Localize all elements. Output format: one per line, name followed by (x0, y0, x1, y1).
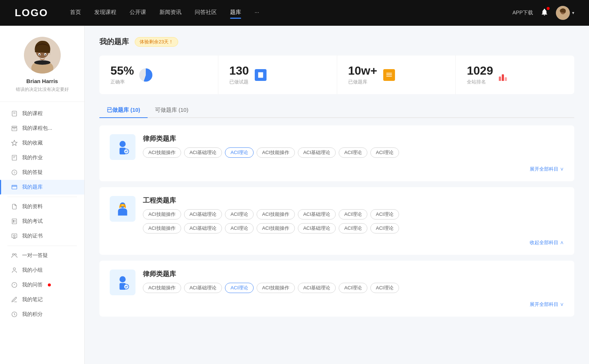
tag2-1-3[interactable]: ACI技能操作 (257, 223, 295, 233)
tag2-1-6[interactable]: ACI理论 (370, 223, 399, 233)
nav-more[interactable]: ··· (254, 9, 259, 17)
svg-rect-14 (12, 126, 17, 127)
tag-1-4[interactable]: ACI基础理论 (298, 209, 336, 220)
stats-row: 55% 正确率 130 已做试题 (99, 56, 574, 94)
profile-name: Brian Harris (7, 78, 77, 84)
stat-done-banks: 10w+ 已做题库 (337, 56, 456, 94)
avatar (556, 6, 570, 20)
sidebar-item-group[interactable]: 我的小组 (0, 263, 84, 278)
svg-rect-15 (12, 128, 17, 131)
lawyer-icon-2 (110, 270, 135, 295)
sidebar-item-note-label: 我的笔记 (22, 296, 43, 303)
notification-bell[interactable] (540, 8, 549, 18)
main-content: 我的题库 体验剩余23天！ 55% 正确率 130 已做试题 (85, 26, 589, 364)
stat-rank-label: 全站排名 (467, 79, 493, 85)
tag2-1-4[interactable]: ACI基础理论 (298, 223, 336, 233)
sidebar-item-cert[interactable]: 我的证书 (0, 229, 84, 243)
tag-0-5[interactable]: ACI理论 (339, 147, 367, 158)
app-download-link[interactable]: APP下载 (512, 10, 533, 16)
sidebar-item-qa[interactable]: ? 我的答疑 (0, 165, 84, 180)
sidebar-item-package-label: 我的课程包... (22, 125, 52, 132)
bank-card-2-header: 律师类题库 ACI技能操作 ACI基础理论 ACI理论 ACI技能操作 ACI基… (110, 270, 564, 295)
tag-1-3[interactable]: ACI技能操作 (257, 209, 295, 220)
tag-2-5[interactable]: ACI理论 (339, 283, 367, 293)
expand-link-2[interactable]: 展开全部科目 ∨ (110, 301, 564, 308)
sidebar-item-favorites[interactable]: 我的收藏 (0, 136, 84, 150)
sidebar-item-exam-label: 我的考试 (22, 218, 43, 225)
tab-available-banks[interactable]: 可做题库 (10) (148, 103, 196, 118)
nav-qa[interactable]: 问答社区 (195, 9, 217, 17)
svg-point-34 (14, 235, 15, 237)
sidebar-item-material-label: 我的资料 (22, 203, 43, 210)
bar-chart-icon-wrap (497, 68, 512, 82)
stat-done-banks-value: 10w+ (348, 64, 377, 77)
tag2-1-5[interactable]: ACI理论 (339, 223, 367, 233)
bar-chart-icon (499, 69, 511, 81)
tag2-1-2[interactable]: ACI理论 (225, 223, 254, 233)
sidebar-item-material[interactable]: 我的资料 (0, 199, 84, 214)
tag-1-0[interactable]: ACI技能操作 (143, 209, 181, 220)
tag-0-1[interactable]: ACI基础理论 (184, 147, 222, 158)
tag-2-0[interactable]: ACI技能操作 (143, 283, 181, 293)
tag-0-0[interactable]: ACI技能操作 (143, 147, 181, 158)
sidebar-item-oneone-label: 一对一答疑 (22, 252, 48, 259)
sidebar-item-homework-label: 我的作业 (22, 154, 43, 161)
tabs-row: 已做题库 (10) 可做题库 (10) (99, 103, 574, 118)
bank-card-0: 律师类题库 ACI技能操作 ACI基础理论 ACI理论 ACI技能操作 ACI基… (99, 125, 574, 181)
question-red-dot (48, 283, 51, 286)
sidebar-item-course[interactable]: 我的课程 (0, 106, 84, 121)
tag-0-4[interactable]: ACI基础理论 (298, 147, 336, 158)
stat-rank-value: 1029 (467, 64, 493, 77)
nav-news[interactable]: 新闻资讯 (159, 9, 181, 17)
svg-rect-33 (12, 234, 17, 238)
tag-0-2[interactable]: ACI理论 (225, 147, 254, 158)
stat-rank: 1029 全站排名 (456, 56, 574, 94)
tag-0-6[interactable]: ACI理论 (370, 147, 399, 158)
tag-2-6[interactable]: ACI理论 (370, 283, 399, 293)
user-avatar-header[interactable]: ▾ (556, 6, 574, 20)
bank-card-1-tags: ACI技能操作 ACI基础理论 ACI理论 ACI技能操作 ACI基础理论 AC… (143, 209, 564, 220)
main-nav: 首页 发现课程 公开课 新闻资讯 问答社区 题库 ··· (70, 9, 512, 17)
tag-0-3[interactable]: ACI技能操作 (257, 147, 295, 158)
sidebar-item-points-label: 我的积分 (22, 311, 43, 318)
nav-bank[interactable]: 题库 (230, 9, 241, 17)
svg-rect-45 (386, 76, 392, 76)
sidebar-item-question-label: 我的问答 (22, 282, 43, 288)
nav-discover[interactable]: 发现课程 (94, 9, 116, 17)
svg-point-35 (13, 254, 14, 256)
svg-rect-44 (386, 74, 392, 75)
tag-2-3[interactable]: ACI技能操作 (257, 283, 295, 293)
sidebar-item-bank[interactable]: 我的题库 (0, 180, 84, 195)
tag-1-6[interactable]: ACI理论 (370, 209, 399, 220)
sidebar-item-note[interactable]: 我的笔记 (0, 292, 84, 307)
page-header: 我的题库 体验剩余23天！ (99, 37, 574, 47)
tab-done-banks[interactable]: 已做题库 (10) (99, 103, 148, 118)
sidebar-item-question[interactable]: 我的问答 (0, 278, 84, 292)
tag2-1-0[interactable]: ACI技能操作 (143, 223, 181, 233)
bell-dot (547, 7, 550, 10)
tag2-1-1[interactable]: ACI基础理论 (184, 223, 222, 233)
nav-home[interactable]: 首页 (70, 9, 81, 17)
sidebar-item-package[interactable]: 我的课程包... (0, 121, 84, 136)
tag-1-1[interactable]: ACI基础理论 (184, 209, 222, 220)
user-menu-chevron: ▾ (572, 10, 574, 15)
sidebar-item-favorites-label: 我的收藏 (22, 140, 43, 146)
nav-open-course[interactable]: 公开课 (130, 9, 146, 17)
tag-2-4[interactable]: ACI基础理论 (298, 283, 336, 293)
logo[interactable]: LOGO (15, 7, 48, 19)
collapse-link-1[interactable]: 收起全部科目 ∧ (110, 239, 564, 246)
tag-2-1[interactable]: ACI基础理论 (184, 283, 222, 293)
tag-1-5[interactable]: ACI理论 (339, 209, 367, 220)
sidebar-divider-2 (7, 246, 77, 246)
expand-link-0[interactable]: 展开全部科目 ∨ (110, 166, 564, 172)
tag-1-2[interactable]: ACI理论 (225, 209, 254, 220)
sidebar-item-homework[interactable]: 我的作业 (0, 150, 84, 165)
sidebar-divider-1 (7, 197, 77, 197)
sidebar-item-exam[interactable]: 我的考试 (0, 214, 84, 229)
svg-rect-28 (12, 219, 17, 224)
tag-2-2[interactable]: ACI理论 (225, 283, 254, 293)
sidebar-item-oneone[interactable]: 一对一答疑 (0, 248, 84, 263)
sidebar-item-points[interactable]: 我的积分 (0, 307, 84, 322)
accuracy-icon (138, 68, 153, 82)
list-icon-wrap (382, 68, 396, 82)
